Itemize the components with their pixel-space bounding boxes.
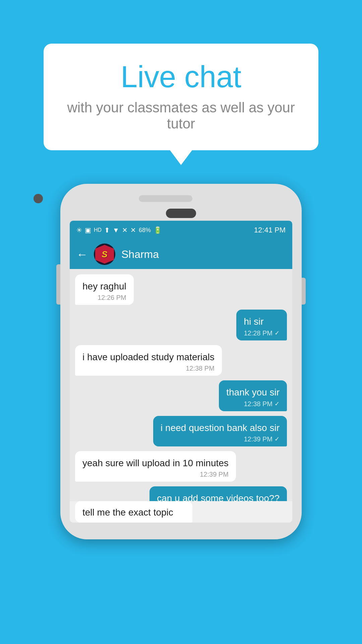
status-time: 12:41 PM (254, 226, 286, 234)
message-text: hi sir (244, 316, 280, 328)
received-bubble: i have uploaded study materials 12:38 PM (75, 345, 222, 376)
read-receipt-icon: ✓ (275, 329, 280, 337)
read-receipt-icon: ✓ (275, 435, 280, 443)
message-time: 12:38 PM (244, 400, 273, 408)
message-time: 12:39 PM (244, 435, 273, 443)
message-text: i need question bank also sir (161, 422, 280, 434)
message-text: yeah sure will upload in 10 minutes (82, 457, 229, 469)
message-time: 12:39 PM (200, 471, 229, 478)
phone-outer-shell: ✳ ▣ HD ⬆ ▼ ✕ ✕ 68% 🔋 12:41 PM ← S (60, 184, 302, 539)
contact-avatar: S (94, 244, 115, 265)
message-time: 12:28 PM (244, 329, 273, 337)
bubble-meta: 12:39 PM ✓ (161, 435, 280, 443)
table-row: i have uploaded study materials 12:38 PM (75, 345, 287, 376)
vibrate-icon: ▣ (85, 226, 91, 234)
back-button[interactable]: ← (76, 248, 88, 261)
status-bar: ✳ ▣ HD ⬆ ▼ ✕ ✕ 68% 🔋 12:41 PM (70, 221, 292, 239)
message-text: thank you sir (226, 386, 280, 398)
chat-header: ← S Sharma (70, 239, 292, 269)
bubble-meta: 12:28 PM ✓ (244, 329, 280, 337)
contact-name: Sharma (121, 248, 159, 261)
speaker-grille (139, 195, 192, 202)
table-row: thank you sir 12:38 PM ✓ (75, 380, 287, 411)
phone-mockup: ✳ ▣ HD ⬆ ▼ ✕ ✕ 68% 🔋 12:41 PM ← S (60, 184, 302, 536)
bubble-meta: 12:26 PM (82, 294, 126, 302)
hd-icon: HD (94, 227, 102, 233)
data-arrows-icon: ⬆ (104, 226, 110, 234)
table-row: hi sir 12:28 PM ✓ (75, 310, 287, 340)
battery-icon: 🔋 (154, 226, 162, 234)
bubble-meta: 12:39 PM (82, 471, 229, 478)
home-sensor (166, 209, 196, 218)
table-row: hey raghul 12:26 PM (75, 274, 287, 305)
sent-bubble: hi sir 12:28 PM ✓ (236, 310, 287, 340)
message-text: i have uploaded study materials (82, 351, 215, 363)
front-camera (34, 194, 43, 203)
sent-bubble: i need question bank also sir 12:39 PM ✓ (153, 416, 287, 446)
sent-bubble: can u add some videos too?? 12:39 PM ✓ (149, 486, 287, 501)
table-row: can u add some videos too?? 12:39 PM ✓ (75, 486, 287, 501)
partial-message: tell me the exact topic (75, 501, 192, 523)
signal-icon: ✕ (122, 226, 128, 234)
message-time: 12:26 PM (98, 294, 126, 302)
messages-area[interactable]: hey raghul 12:26 PM hi sir 12:28 PM ✓ (70, 269, 292, 501)
status-bar-left: ✳ ▣ HD ⬆ ▼ ✕ ✕ 68% 🔋 (76, 226, 162, 234)
bubble-meta: 12:38 PM ✓ (226, 400, 280, 408)
partial-message-text: tell me the exact topic (82, 507, 185, 518)
phone-top-bar (60, 184, 302, 218)
wifi-icon: ▼ (113, 226, 119, 234)
message-text: can u add some videos too?? (157, 492, 280, 501)
live-chat-subtitle: with your classmates as well as your tut… (67, 100, 295, 132)
bubble-meta: 12:38 PM (82, 365, 215, 372)
bluetooth-icon: ✳ (76, 226, 82, 234)
received-bubble: hey raghul 12:26 PM (75, 274, 134, 305)
battery-percent: 68% (139, 227, 151, 234)
message-time: 12:38 PM (186, 365, 215, 372)
phone-screen: ✳ ▣ HD ⬆ ▼ ✕ ✕ 68% 🔋 12:41 PM ← S (70, 221, 292, 523)
superman-logo: S (95, 245, 114, 264)
speech-bubble: Live chat with your classmates as well a… (44, 44, 318, 150)
superman-s-letter: S (102, 249, 107, 260)
received-bubble: yeah sure will upload in 10 minutes 12:3… (75, 451, 236, 482)
message-text: hey raghul (82, 280, 126, 292)
table-row: yeah sure will upload in 10 minutes 12:3… (75, 451, 287, 482)
sent-bubble: thank you sir 12:38 PM ✓ (219, 380, 287, 411)
signal2-icon: ✕ (130, 226, 136, 234)
table-row: i need question bank also sir 12:39 PM ✓ (75, 416, 287, 446)
read-receipt-icon: ✓ (275, 400, 280, 408)
live-chat-title: Live chat (67, 60, 295, 94)
